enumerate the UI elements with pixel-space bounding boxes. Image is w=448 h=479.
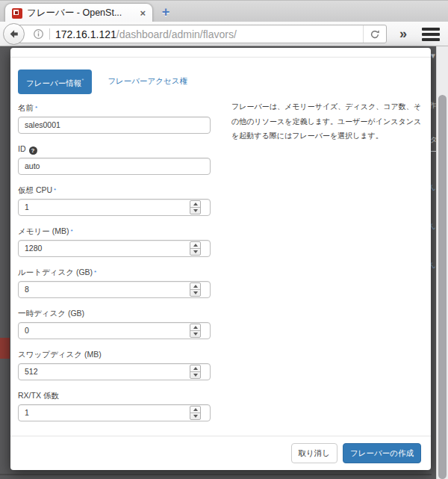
menu-button[interactable] bbox=[422, 28, 440, 41]
spinner-down-icon[interactable] bbox=[190, 289, 200, 296]
url-text: 172.16.1.121/dashboard/admin/flavors/ bbox=[55, 28, 363, 40]
spinner-down-icon[interactable] bbox=[190, 330, 200, 337]
required-asterisk: * bbox=[54, 187, 56, 194]
number-spinner-ram bbox=[190, 241, 201, 256]
input-wrap-flavor-id bbox=[18, 158, 211, 175]
help-question-icon[interactable]: ? bbox=[29, 146, 37, 155]
input-wrap-rxtx-factor bbox=[18, 404, 211, 421]
field-label-ephemeral-disk: 一時ディスク (GB) bbox=[18, 308, 211, 319]
modal-body: フレーバー情報* フレーバーアクセス権 名前*ID?仮想 CPU*メモリー (M… bbox=[10, 58, 431, 421]
overflow-chevron-button[interactable]: » bbox=[393, 25, 413, 43]
field-label-flavor-id: ID? bbox=[18, 143, 211, 155]
input-wrap-root-disk bbox=[18, 281, 211, 298]
back-button[interactable] bbox=[3, 23, 25, 45]
field-input-rxtx-factor[interactable] bbox=[18, 404, 211, 421]
background-table-edge bbox=[0, 474, 432, 475]
field-input-flavor-id[interactable] bbox=[18, 158, 211, 175]
field-input-vcpus[interactable] bbox=[18, 199, 211, 216]
background-delete-button-fragment bbox=[0, 338, 10, 359]
spinner-up-icon[interactable] bbox=[190, 407, 200, 412]
spinner-down-icon[interactable] bbox=[190, 412, 200, 419]
form-group-rxtx-factor: RX/TX 係数 bbox=[18, 390, 211, 421]
input-wrap-ram bbox=[18, 240, 211, 257]
field-label-ram: メモリー (MB)* bbox=[18, 226, 211, 237]
field-input-name[interactable] bbox=[18, 117, 211, 134]
spinner-up-icon[interactable] bbox=[190, 365, 200, 371]
url-host: 172.16.1.121 bbox=[55, 28, 116, 40]
tab-flavor-info[interactable]: フレーバー情報* bbox=[18, 69, 92, 94]
scrollbar-thumb[interactable] bbox=[438, 95, 447, 479]
number-spinner-swap-disk bbox=[190, 365, 201, 379]
url-path: /dashboard/admin/flavors/ bbox=[116, 28, 237, 40]
input-wrap-vcpus bbox=[18, 199, 211, 216]
field-label-root-disk: ルートディスク (GB)* bbox=[18, 267, 211, 278]
number-spinner-root-disk bbox=[190, 282, 201, 297]
flavor-form: 名前*ID?仮想 CPU*メモリー (MB)*ルートディスク (GB)*一時ディ… bbox=[18, 102, 211, 421]
spinner-down-icon[interactable] bbox=[190, 207, 200, 214]
tab-close-icon[interactable]: × bbox=[140, 8, 146, 18]
number-spinner-ephemeral-disk bbox=[190, 324, 201, 338]
field-input-swap-disk[interactable] bbox=[18, 363, 211, 380]
number-spinner-rxtx-factor bbox=[190, 406, 201, 420]
field-label-rxtx-factor: RX/TX 係数 bbox=[18, 390, 211, 401]
number-spinner-vcpus bbox=[190, 200, 201, 214]
navigation-toolbar: 172.16.1.121/dashboard/admin/flavors/ » bbox=[0, 22, 448, 46]
form-group-swap-disk: スワップディスク (MB) bbox=[18, 349, 211, 380]
input-wrap-ephemeral-disk bbox=[18, 322, 211, 339]
spinner-up-icon[interactable] bbox=[190, 324, 200, 330]
required-asterisk: * bbox=[81, 77, 84, 84]
field-label-vcpus: 仮想 CPU* bbox=[18, 185, 211, 196]
hamburger-icon bbox=[422, 28, 440, 31]
url-bar[interactable]: 172.16.1.121/dashboard/admin/flavors/ bbox=[15, 25, 387, 43]
tab-strip: フレーバー - OpenSt... × + bbox=[0, 0, 448, 22]
field-label-name: 名前* bbox=[18, 102, 211, 114]
modal-header-sliver bbox=[10, 48, 431, 58]
input-wrap-swap-disk bbox=[18, 363, 211, 380]
openstack-favicon-icon bbox=[12, 8, 22, 19]
spinner-up-icon[interactable] bbox=[190, 242, 200, 248]
field-input-ephemeral-disk[interactable] bbox=[18, 322, 211, 339]
modal-tabs: フレーバー情報* フレーバーアクセス権 bbox=[18, 69, 423, 94]
required-asterisk: * bbox=[35, 105, 37, 111]
form-group-ephemeral-disk: 一時ディスク (GB) bbox=[18, 308, 211, 339]
spinner-down-icon[interactable] bbox=[190, 371, 200, 378]
required-asterisk: * bbox=[94, 269, 96, 276]
cancel-button[interactable]: 取り消し bbox=[291, 443, 338, 463]
required-asterisk: * bbox=[70, 228, 72, 235]
form-group-flavor-id: ID? bbox=[18, 143, 211, 175]
field-label-swap-disk: スワップディスク (MB) bbox=[18, 349, 211, 360]
input-wrap-name bbox=[18, 117, 211, 134]
tab-title: フレーバー - OpenSt... bbox=[27, 7, 135, 19]
field-input-root-disk[interactable] bbox=[18, 281, 211, 298]
help-text: フレーバーは、メモリーサイズ、ディスク、コア数、その他のリソースを定義します。ユ… bbox=[231, 99, 424, 143]
url-separator bbox=[49, 28, 50, 40]
form-group-ram: メモリー (MB)* bbox=[18, 226, 211, 257]
form-group-name: 名前* bbox=[18, 102, 211, 134]
spinner-up-icon[interactable] bbox=[190, 201, 200, 207]
form-group-root-disk: ルートディスク (GB)* bbox=[18, 267, 211, 298]
tab-flavor-access[interactable]: フレーバーアクセス権 bbox=[108, 76, 187, 87]
create-flavor-modal: フレーバー情報* フレーバーアクセス権 名前*ID?仮想 CPU*メモリー (M… bbox=[10, 48, 431, 470]
create-flavor-button[interactable]: フレーバーの作成 bbox=[343, 443, 421, 463]
dimmed-page-overlay: ー ▼作ターんんん フレーバー情報* フレーバーアクセス権 名前*ID?仮想 C… bbox=[0, 46, 448, 479]
new-tab-button[interactable]: + bbox=[158, 4, 173, 19]
browser-window: フレーバー - OpenSt... × + 172.16.1.121/dashb… bbox=[0, 0, 448, 479]
site-info-icon[interactable] bbox=[33, 28, 44, 40]
reload-button[interactable] bbox=[363, 25, 386, 43]
page-scrollbar[interactable] bbox=[436, 46, 448, 479]
browser-tab[interactable]: フレーバー - OpenSt... × bbox=[4, 3, 153, 22]
back-arrow-icon bbox=[8, 28, 19, 40]
form-group-vcpus: 仮想 CPU* bbox=[18, 185, 211, 216]
spinner-down-icon[interactable] bbox=[190, 248, 200, 255]
modal-footer: 取り消し フレーバーの作成 bbox=[10, 436, 431, 470]
field-input-ram[interactable] bbox=[18, 240, 211, 257]
reload-icon bbox=[370, 29, 380, 40]
spinner-up-icon[interactable] bbox=[190, 283, 200, 289]
